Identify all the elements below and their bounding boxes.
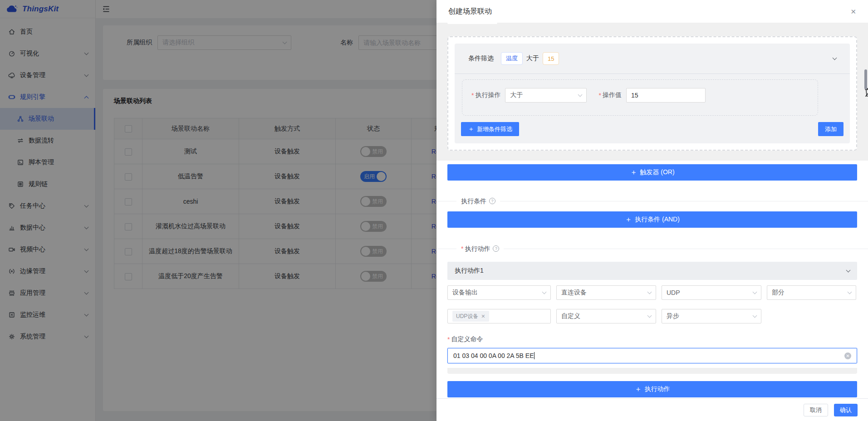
device-tag: UDP设备✕ — [452, 311, 489, 322]
command-label-row: * 自定义命令 — [447, 335, 857, 343]
add-condition-filter-button[interactable]: ＋新增条件筛选 — [461, 122, 519, 136]
condition-card: 条件筛选 温度 大于 15 * 执行操作 — [455, 44, 850, 143]
clear-input-icon[interactable]: ✕ — [844, 352, 851, 359]
custom-command-input[interactable]: 01 03 04 00 0A 00 2A 5B EE ✕ — [447, 348, 857, 363]
exec-condition-divider: 执行条件 ? — [436, 201, 868, 201]
condition-row: * 执行操作 大于 * 操作值 15 — [462, 79, 818, 116]
action-select-4[interactable]: 部分 — [767, 285, 856, 300]
exec-action-divider: * 执行动作 ? — [436, 249, 868, 249]
condition-footer: ＋新增条件筛选 添加 — [455, 116, 850, 143]
close-icon[interactable]: ✕ — [850, 8, 856, 15]
add-action-button[interactable]: ＋ 执行动作 — [447, 381, 857, 397]
command-value: 01 03 04 00 0A 00 2A 5B EE — [453, 352, 534, 359]
operator-text: 大于 — [526, 54, 539, 63]
device-multi-select[interactable]: UDP设备✕ — [447, 309, 551, 323]
scrolled-card-edge — [447, 23, 497, 24]
action-select-row-1: 设备输出直连设备UDP部分 — [447, 285, 857, 300]
chevron-down-icon — [753, 313, 757, 318]
app-root: ThingsKit 首页可视化设备管理规则引擎场景联动数据流转脚本管理规则链任务… — [0, 0, 868, 421]
action-panel-footer — [447, 368, 857, 374]
exec-condition-label: 执行条件 — [461, 197, 486, 205]
value-tag: 15 — [543, 52, 559, 65]
plus-icon: ＋ — [635, 385, 642, 394]
action-select-1[interactable]: 设备输出 — [447, 285, 551, 300]
chevron-down-icon — [542, 290, 547, 294]
drawer-body: 条件筛选 温度 大于 15 * 执行操作 — [436, 23, 868, 398]
trigger-group: 条件筛选 温度 大于 15 * 执行操作 — [436, 23, 868, 161]
drawer-header: 创建场景联动 ✕ — [436, 0, 868, 23]
chevron-down-icon — [578, 93, 583, 97]
cancel-button[interactable]: 取消 — [804, 404, 828, 416]
add-trigger-or-button[interactable]: ＋ 触发器 (OR) — [447, 164, 857, 181]
question-circle-icon[interactable]: ? — [493, 245, 499, 252]
plus-icon: ＋ — [625, 215, 632, 225]
command-label: 自定义命令 — [451, 335, 483, 343]
plus-icon: ＋ — [630, 168, 637, 177]
drawer-footer: 取消 确认 — [436, 398, 868, 421]
exec-action-label: 执行动作 — [465, 245, 490, 253]
action-panel-title: 执行动作1 — [455, 267, 484, 275]
op-value-input[interactable]: 15 — [626, 88, 706, 103]
remove-tag-icon[interactable]: ✕ — [481, 313, 485, 319]
property-tag: 温度 — [501, 52, 523, 65]
chevron-down-icon — [848, 290, 852, 294]
chevron-down-icon — [647, 313, 652, 318]
condition-header-label: 条件筛选 — [468, 54, 494, 63]
chevron-down-icon — [753, 290, 757, 294]
command-type-select[interactable]: 自定义 — [556, 309, 656, 323]
question-circle-icon[interactable]: ? — [489, 198, 495, 204]
chevron-down-icon — [647, 290, 652, 294]
chevron-down-icon — [846, 268, 851, 273]
trigger-dashed-container: 条件筛选 温度 大于 15 * 执行操作 — [447, 36, 857, 151]
exec-op-select[interactable]: 大于 — [505, 88, 587, 103]
condition-collapse-header[interactable]: 条件筛选 温度 大于 15 — [455, 44, 850, 73]
action-collapse-header[interactable]: 执行动作1 — [447, 262, 857, 280]
add-exec-condition-button[interactable]: ＋ 执行条件 (AND) — [447, 211, 857, 228]
add-button[interactable]: 添加 — [818, 122, 843, 136]
confirm-button[interactable]: 确认 — [834, 404, 858, 416]
create-scene-drawer: 创建场景联动 ✕ 条件筛选 温度 大于 15 — [436, 0, 868, 421]
sync-mode-select[interactable]: 异步 — [662, 309, 761, 323]
condition-body: * 执行操作 大于 * 操作值 15 — [455, 74, 850, 116]
exec-op-label: 执行操作 — [475, 91, 500, 99]
plus-icon: ＋ — [468, 125, 474, 132]
scrollbar-thumb[interactable] — [864, 69, 867, 89]
action-select-row-2: UDP设备✕ 自定义 异步 — [447, 309, 857, 323]
text-cursor — [534, 352, 535, 359]
drawer-title: 创建场景联动 — [448, 7, 850, 16]
action-select-3[interactable]: UDP — [662, 285, 761, 300]
action-select-2[interactable]: 直连设备 — [556, 285, 656, 300]
op-value-label: 操作值 — [603, 91, 622, 99]
chevron-down-icon[interactable] — [833, 56, 837, 60]
